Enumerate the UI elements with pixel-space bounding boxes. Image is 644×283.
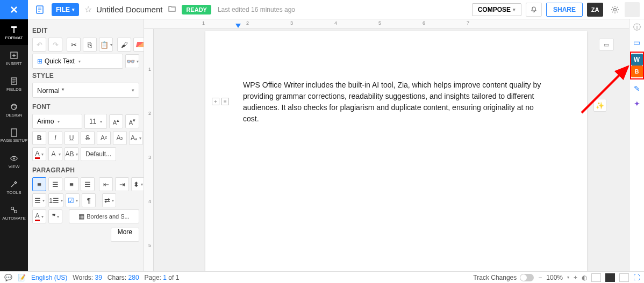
zia-button[interactable]: ZA (587, 3, 603, 17)
sidebar-item-view[interactable]: VIEW (0, 148, 28, 174)
align-left-button[interactable]: ≡ (32, 177, 46, 191)
word-count[interactable]: Words: 39 (73, 274, 102, 281)
file-menu-button[interactable]: FILE (52, 3, 79, 16)
find-replace-button[interactable]: 👓 (125, 54, 139, 68)
view-mode-web[interactable] (591, 273, 601, 282)
view-mode-page[interactable] (605, 273, 615, 282)
page-indicator[interactable]: Page: 1 of 1 (145, 274, 180, 281)
page-layout-toggle[interactable]: ▭ (599, 39, 614, 50)
track-changes-toggle[interactable]: Track Changes (473, 274, 534, 281)
style-value: Normal * (37, 86, 65, 95)
sidebar-item-automate[interactable]: AUTOMATE (0, 200, 28, 226)
case-button[interactable]: Aₐ (129, 131, 143, 145)
document-page[interactable]: WPS Office Writer includes the built-in … (205, 31, 587, 271)
indent-decrease-button[interactable]: ⇤ (99, 177, 113, 191)
more-button[interactable]: More (111, 228, 139, 242)
font-color-button[interactable]: A (32, 147, 46, 161)
star-icon[interactable]: ☆ (84, 4, 92, 14)
char-count[interactable]: Chars: 280 (108, 274, 139, 281)
clipboard-icon: 📋 (100, 41, 109, 48)
shrink-font-button[interactable]: A▾ (125, 114, 139, 128)
zoom-level[interactable]: 100% (546, 274, 563, 281)
dark-mode-button[interactable]: ◐ (582, 274, 587, 281)
svg-point-12 (15, 105, 16, 106)
share-button[interactable]: SHARE (546, 3, 583, 17)
app-logo[interactable] (0, 0, 28, 19)
pencil-button[interactable]: ✎ (631, 83, 643, 95)
zoom-out-button[interactable]: − (538, 274, 542, 281)
indent-marker-icon[interactable] (235, 24, 241, 28)
undo-button[interactable]: ↶ (32, 38, 46, 52)
redo-button[interactable]: ↷ (48, 38, 62, 52)
sidebar-item-fields[interactable]: FIELDS (0, 71, 28, 97)
zoom-in-button[interactable]: + (574, 274, 577, 281)
indent-increase-button[interactable]: ⇥ (115, 177, 129, 191)
view-mode-read[interactable] (619, 273, 629, 282)
superscript-button[interactable]: A² (97, 131, 111, 145)
checklist-button[interactable]: ☑ (66, 193, 80, 207)
svg-point-11 (12, 105, 13, 106)
margin-menu-button[interactable]: ≡ (221, 98, 229, 105)
margin-add-button[interactable]: + (212, 98, 219, 105)
language-selector[interactable]: English (US) (31, 274, 67, 281)
cut-button[interactable]: ✂ (67, 38, 81, 52)
info-button[interactable]: ⓘ (631, 21, 643, 33)
grow-font-button[interactable]: A▴ (109, 114, 123, 128)
bold-button[interactable]: B (32, 131, 46, 145)
paste-button[interactable]: 📋 (99, 38, 113, 52)
user-avatar[interactable] (625, 2, 640, 17)
align-justify-button[interactable]: ☰ (81, 177, 95, 191)
sidebar-item-tools[interactable]: TOOLS (0, 174, 28, 200)
sidebar-item-insert[interactable]: INSERT (0, 45, 28, 71)
zoom-caret-icon[interactable]: ▾ (567, 275, 569, 280)
blogger-button[interactable]: B (631, 66, 643, 77)
underline-button[interactable]: U (65, 131, 78, 145)
sidebar-item-design[interactable]: DESIGN (0, 97, 28, 122)
document-title[interactable]: Untitled Document (96, 5, 162, 14)
notes-button[interactable]: 📝 (18, 274, 26, 281)
compose-button[interactable]: COMPOSE (472, 3, 521, 16)
highlight-button[interactable]: A (48, 147, 62, 161)
shading-button[interactable]: A (32, 209, 46, 223)
borders-label: Borders and S... (87, 213, 130, 220)
pilcrow-button[interactable]: ¶ (82, 193, 96, 207)
notifications-button[interactable] (526, 3, 542, 17)
subscript-button[interactable]: A₂ (113, 131, 127, 145)
quick-text-label: Quick Text (45, 57, 75, 65)
doc-icon[interactable] (32, 2, 47, 17)
italic-button[interactable]: I (48, 131, 62, 145)
panel-toggle-button[interactable]: ▭ (631, 37, 643, 48)
smart-zoom-button[interactable]: ✨ (593, 99, 606, 112)
align-right-button[interactable]: ≡ (65, 177, 78, 191)
wordpress-button[interactable]: W (631, 54, 643, 66)
bullet-list-button[interactable]: ☰ (32, 193, 46, 207)
sidebar-label: INSERT (6, 61, 22, 66)
numbered-list-button[interactable]: 1☰ (48, 193, 63, 207)
font-family-select[interactable]: Arimo (32, 114, 82, 129)
folder-icon[interactable] (168, 4, 176, 15)
file-label: FILE (56, 6, 70, 13)
line-spacing-button[interactable]: ⬍ (131, 177, 144, 191)
align-center-button[interactable]: ☰ (48, 177, 62, 191)
quick-text-button[interactable]: ⊞ Quick Text (32, 54, 123, 69)
sidebar-item-page-setup[interactable]: PAGE SETUP (0, 122, 28, 148)
format-painter-button[interactable]: 🖌 (117, 38, 131, 52)
strikethrough-button[interactable]: S (81, 131, 95, 145)
extensions-button[interactable]: ✦ (631, 98, 643, 110)
char-spacing-button[interactable]: AB (65, 147, 78, 161)
sidebar-item-format[interactable]: FORMAT (0, 19, 28, 45)
fullscreen-button[interactable]: ⛶ (633, 274, 640, 281)
borders-button[interactable]: ▦ Borders and S... (69, 209, 139, 223)
text-direction-button[interactable]: ⇄ (102, 193, 116, 207)
font-size-select[interactable]: 11 (84, 114, 107, 129)
quote-button[interactable]: ❞ (48, 209, 62, 223)
vertical-ruler[interactable]: 1 2 3 4 5 (144, 29, 154, 271)
comments-button[interactable]: 💬 (4, 274, 12, 281)
document-body-text[interactable]: WPS Office Writer includes the built-in … (243, 79, 549, 125)
style-select[interactable]: Normal * (32, 83, 139, 98)
default-font-button[interactable]: Default... (81, 147, 116, 161)
clear-format-button[interactable] (133, 38, 144, 52)
copy-button[interactable]: ⎘ (83, 38, 97, 52)
settings-button[interactable] (607, 2, 622, 17)
horizontal-ruler[interactable]: 1 2 3 4 5 6 7 (144, 19, 629, 29)
